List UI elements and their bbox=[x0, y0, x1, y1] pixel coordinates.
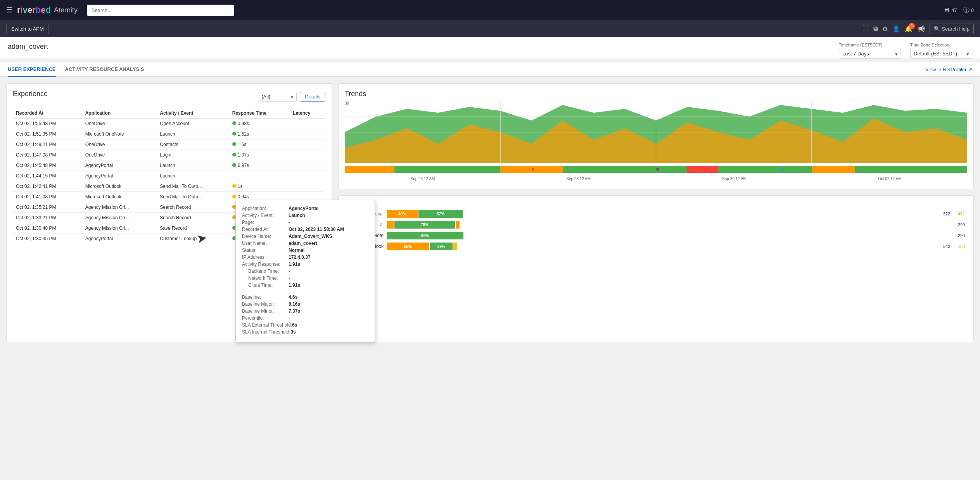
tooltip-activity-response-row: Activity Response: 1.91s bbox=[242, 262, 368, 267]
table-row[interactable]: Oct 02, 1:51:35 PM Microsoft OneNote Lau… bbox=[13, 129, 325, 139]
tooltip-overlay: Application: AgencyPortal Activity / Eve… bbox=[235, 200, 375, 342]
tooltip-sla-internal-label: SLA Internal Threshold: bbox=[242, 329, 290, 335]
table-row[interactable]: Oct 02, 1:55:48 PM OneDrive Open Account… bbox=[13, 119, 325, 129]
filter-all-select[interactable]: (All) bbox=[258, 92, 297, 102]
table-row[interactable]: Oct 02, 1:42:41 PM Microsoft Outlook Sen… bbox=[13, 181, 325, 192]
tooltip-activity-response-label: Activity Response: bbox=[242, 262, 289, 267]
tooltip-sla-internal-row: SLA Internal Threshold: 3s bbox=[242, 329, 368, 335]
tooltip-network-label: Network Time: bbox=[242, 275, 289, 281]
v-count1: 342 bbox=[941, 244, 952, 249]
cell-application: AgencyPortal bbox=[82, 171, 157, 181]
table-row[interactable]: Oct 02, 1:49:21 PM OneDrive Contacts 1.5… bbox=[13, 139, 325, 150]
tooltip-baseline-major-value: 8.16s bbox=[289, 301, 300, 307]
nav-icons: 🖥 47 ⓘ 0 bbox=[944, 6, 974, 14]
cell-latency bbox=[290, 171, 325, 181]
top-navbar: ☰ riverbed Aternity 🖥 47 ⓘ 0 bbox=[0, 0, 980, 20]
cell-activity: Launch bbox=[157, 160, 229, 171]
tooltip-backend-value: - bbox=[289, 268, 290, 274]
response-dot bbox=[232, 142, 236, 146]
cell-response-time bbox=[229, 171, 290, 181]
timeline-dot-blue bbox=[781, 168, 783, 171]
cell-application: Agency Mission Cri... bbox=[82, 202, 157, 213]
cell-activity: Search Record bbox=[157, 202, 229, 213]
notification-badge: 1 bbox=[909, 23, 915, 29]
page-header: adam_covert Timeframe (EST5EDT) Last 7 D… bbox=[0, 37, 980, 58]
tooltip-status-value: Normal bbox=[289, 248, 304, 253]
violation-bars: 78% bbox=[387, 221, 952, 229]
cell-application: AgencyPortal bbox=[82, 160, 157, 171]
timeframe-select-wrapper: Last 7 Days Last 24 Hours Last 30 Days bbox=[839, 49, 901, 58]
v-bar-yellow bbox=[453, 243, 457, 250]
cell-activity: Launch bbox=[157, 171, 229, 181]
global-search[interactable] bbox=[87, 5, 234, 16]
tooltip-client-row: Client Time: 1.91s bbox=[242, 282, 368, 288]
timeframe-area: Timeframe (EST5EDT) Last 7 Days Last 24 … bbox=[839, 43, 972, 58]
timeline-dot-red bbox=[532, 168, 534, 171]
cell-response-time: 1s bbox=[229, 181, 290, 192]
cell-recorded-at: Oct 02, 1:51:35 PM bbox=[13, 129, 82, 139]
tab-user-experience[interactable]: USER EXPERIENCE bbox=[8, 62, 56, 77]
timezone-select[interactable]: Default (EST5EDT) bbox=[910, 49, 972, 58]
violation-bars: 55% 29% bbox=[387, 243, 938, 250]
tooltip-activity-label: Activity / Event: bbox=[242, 213, 289, 218]
cell-response-time: 1.07s bbox=[229, 150, 290, 160]
copy-icon[interactable]: ⧉ bbox=[873, 25, 878, 32]
cell-response-time: 0.98s bbox=[229, 119, 290, 129]
cell-activity: Send Mail To Outb... bbox=[157, 181, 229, 192]
tooltip-device-label: Device Name: bbox=[242, 234, 289, 239]
megaphone-icon[interactable]: 📢 bbox=[917, 25, 925, 33]
cell-response-time: 1.52s bbox=[229, 129, 290, 139]
tooltip-baseline-minor-row: Baseline Minor: 7.37s bbox=[242, 308, 368, 314]
cell-recorded-at: Oct 02, 1:42:41 PM bbox=[13, 181, 82, 192]
chart-y-label: 30 bbox=[345, 101, 349, 105]
tooltip-page-row: Page: - bbox=[242, 220, 368, 225]
x-label-1: Sep 26 12 AM bbox=[410, 177, 435, 181]
tooltip-ip-row: IP Address: 172.4.0.37 bbox=[242, 255, 368, 260]
tooltip-baseline-major-row: Baseline Major: 8.16s bbox=[242, 301, 368, 307]
settings-icon[interactable]: ⚙ bbox=[882, 25, 888, 33]
table-row[interactable]: Oct 02, 1:45:48 PM AgencyPortal Launch 6… bbox=[13, 160, 325, 171]
cell-recorded-at: Oct 02, 1:47:08 PM bbox=[13, 150, 82, 160]
tooltip-baseline-minor-value: 7.37s bbox=[289, 308, 300, 314]
tooltip-user-row: User Name: adam_covert bbox=[242, 241, 368, 246]
switch-apm-button[interactable]: Switch to APM bbox=[6, 24, 49, 34]
response-dot bbox=[232, 132, 236, 136]
cell-latency bbox=[290, 160, 325, 171]
notification-icon[interactable]: 🔔1 bbox=[905, 25, 913, 33]
tooltip-page-value: - bbox=[289, 220, 290, 225]
tooltip-user-label: User Name: bbox=[242, 241, 289, 246]
tooltip-application-value: AgencyPortal bbox=[289, 206, 318, 211]
v-count1: 322 bbox=[941, 212, 952, 216]
filter-details-button[interactable]: Details bbox=[300, 92, 325, 102]
tooltip-application-label: Application: bbox=[242, 206, 289, 211]
v-bar-orange: 55% bbox=[387, 243, 429, 250]
logo: riverbed Aternity bbox=[17, 5, 78, 15]
filter-all-wrapper: (All) bbox=[258, 92, 297, 102]
timezone-select-wrapper: Default (EST5EDT) bbox=[910, 49, 972, 58]
user-icon[interactable]: 👤 bbox=[892, 25, 900, 33]
timeframe-select[interactable]: Last 7 Days Last 24 Hours Last 30 Days bbox=[839, 49, 901, 58]
table-row[interactable]: Oct 02, 1:44:15 PM AgencyPortal Launch bbox=[13, 171, 325, 181]
search-input[interactable] bbox=[87, 5, 234, 16]
view-netprofiler-link[interactable]: View in NetProfiler ↗ bbox=[925, 67, 972, 72]
table-row[interactable]: Oct 02, 1:47:08 PM OneDrive Login 1.07s bbox=[13, 150, 325, 160]
tooltip-client-value: 1.91s bbox=[289, 282, 300, 288]
cell-activity: Contacts bbox=[157, 139, 229, 150]
tab-activity-resource[interactable]: ACTIVITY RESOURCE ANALYSIS bbox=[65, 62, 144, 77]
search-help-button[interactable]: 🔍 Search Help bbox=[930, 24, 974, 34]
cell-activity: Login bbox=[157, 150, 229, 160]
tooltip-device-value: Adam_Covert_WKS bbox=[289, 234, 332, 239]
cell-recorded-at: Oct 02, 1:33:21 PM bbox=[13, 213, 82, 223]
col-recorded-at: Recorded At bbox=[13, 108, 82, 119]
alert-icon-group: ⓘ 0 bbox=[963, 6, 974, 14]
cell-application: AgencyPortal bbox=[82, 234, 157, 244]
search-icon: 🔍 bbox=[934, 26, 940, 32]
tooltip-percentile-value: - bbox=[289, 315, 290, 321]
v-bar-green: 99% bbox=[387, 232, 463, 239]
tooltip-activity-response-value: 1.91s bbox=[289, 262, 300, 267]
hamburger-icon[interactable]: ☰ bbox=[6, 6, 12, 14]
experience-panel: Experience (All) Details Recorded At App… bbox=[6, 83, 332, 342]
tabs-bar: USER EXPERIENCE ACTIVITY RESOURCE ANALYS… bbox=[0, 62, 980, 77]
expand-icon[interactable]: ⛶ bbox=[862, 25, 869, 32]
logo-riverbed: riverbed bbox=[17, 5, 51, 15]
